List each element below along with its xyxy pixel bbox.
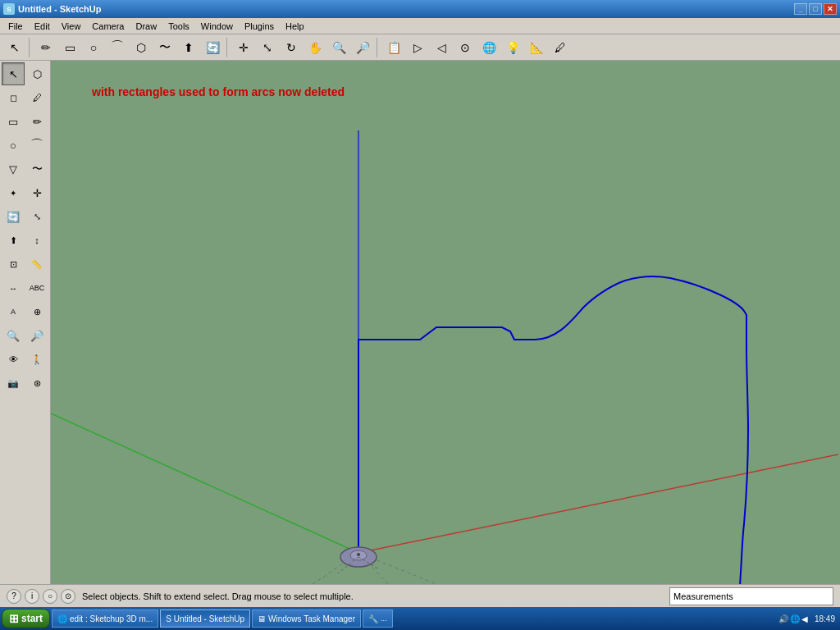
toolbar-rotate[interactable]: 🔄 xyxy=(201,37,224,58)
window-controls[interactable]: _ □ ✕ xyxy=(794,3,837,15)
left-toolbar-row-1: ↖ ⬡ xyxy=(2,62,48,85)
toolbar-paint[interactable]: 🖊 xyxy=(549,37,572,58)
tool-walk[interactable]: 🚶 xyxy=(25,348,48,371)
taskbar-label-taskmanager: Windows Task Manager xyxy=(268,614,355,623)
left-toolbar-row-9: ⊡ 📏 xyxy=(2,253,48,276)
toolbar-render[interactable]: 💡 xyxy=(501,37,524,58)
toolbar-zoom-out[interactable]: 🔎 xyxy=(351,37,374,58)
menu-draw[interactable]: Draw xyxy=(130,21,162,32)
measurements-box: Measurements xyxy=(669,587,833,605)
tool-text[interactable]: ABC xyxy=(25,276,48,299)
toolbar-arc[interactable]: ⌒ xyxy=(106,37,129,58)
toolbar-freehand[interactable]: 〜 xyxy=(153,37,176,58)
svg-line-5 xyxy=(358,553,584,584)
tool-orbit[interactable]: ⬡ xyxy=(25,62,48,85)
left-toolbar-row-10: ↔ ABC xyxy=(2,276,48,299)
left-toolbar-row-7: 🔄 ⤡ xyxy=(2,205,48,228)
tool-scale2[interactable]: ⤡ xyxy=(25,205,48,228)
taskbar-right: 🔊 🌐 ◀ 18:49 xyxy=(778,614,838,623)
status-icons: ? i ○ ⊙ xyxy=(7,589,75,604)
tool-axes[interactable]: ⊕ xyxy=(25,300,48,323)
tool-position-camera[interactable]: 📷 xyxy=(2,372,25,395)
toolbar-scale[interactable]: ⤡ xyxy=(256,37,279,58)
taskbar-btn-extra[interactable]: 🔧 ... xyxy=(363,609,393,628)
toolbar-move[interactable]: ✛ xyxy=(232,37,255,58)
svg-line-1 xyxy=(358,454,838,553)
menu-view[interactable]: View xyxy=(57,21,86,32)
menu-file[interactable]: File xyxy=(3,21,28,32)
tool-zoom2[interactable]: 🔍 xyxy=(2,324,25,347)
tool-pushpull[interactable]: ⬆ xyxy=(2,229,25,252)
toolbar-polygon[interactable]: ⬡ xyxy=(130,37,153,58)
toolbar-globe[interactable]: 🌐 xyxy=(477,37,500,58)
tool-paint[interactable]: 🖊 xyxy=(25,86,48,109)
canvas-area[interactable]: with rectangles used to form arcs now de… xyxy=(51,61,840,584)
taskbar-label-extra: ... xyxy=(381,614,387,623)
taskbar-btn-taskmanager[interactable]: 🖥 Windows Task Manager xyxy=(252,609,361,628)
status-icon-target[interactable]: ⊙ xyxy=(61,589,75,604)
taskbar-btn-sketchup[interactable]: S Untitled - SketchUp xyxy=(160,609,250,628)
tool-zoomext[interactable]: 🔎 xyxy=(25,324,48,347)
minimize-button[interactable]: _ xyxy=(794,3,807,15)
taskbar-label-sketchup: Untitled - SketchUp xyxy=(174,614,244,623)
tool-tape[interactable]: 📏 xyxy=(25,253,48,276)
menu-plugins[interactable]: Plugins xyxy=(240,21,279,32)
tool-followme[interactable]: ↕ xyxy=(25,229,48,252)
toolbar-push-pull[interactable]: ⬆ xyxy=(177,37,200,58)
toolbar-measure[interactable]: 📐 xyxy=(525,37,548,58)
status-message: Select objects. Shift to extend select. … xyxy=(82,591,663,601)
system-clock: 18:49 xyxy=(811,614,838,623)
tool-lookaround[interactable]: 👁 xyxy=(2,348,25,371)
taskbar: ⊞ start 🌐 edit : Sketchup 3D m... S Unti… xyxy=(0,607,840,630)
tool-freehand2[interactable]: 〜 xyxy=(25,158,48,180)
tool-3dtext[interactable]: A xyxy=(2,300,25,323)
toolbar-zoom-in[interactable]: 🔍 xyxy=(327,37,350,58)
toolbar-select[interactable]: ↖ xyxy=(3,37,26,58)
left-toolbar-row-11: A ⊕ xyxy=(2,300,48,323)
tool-explode[interactable]: ✦ xyxy=(2,181,25,204)
taskbar-btn-sketchup-edit[interactable]: 🌐 edit : Sketchup 3D m... xyxy=(52,609,158,628)
tool-circle2[interactable]: ○ xyxy=(2,134,25,157)
toolbar-pencil[interactable]: ✏ xyxy=(34,37,57,58)
tool-offset[interactable]: ⊡ xyxy=(2,253,25,276)
menu-help[interactable]: Help xyxy=(281,21,309,32)
toolbar-components[interactable]: 📋 xyxy=(382,37,405,58)
toolbar: ↖ ✏ ▭ ○ ⌒ ⬡ 〜 ⬆ 🔄 ✛ ⤡ ↻ ✋ 🔍 🔎 📋 ▷ ◁ ⊙ 🌐 … xyxy=(0,34,840,61)
taskbar-icon-taskmanager: 🖥 xyxy=(258,614,266,623)
toolbar-orbit[interactable]: ↻ xyxy=(280,37,303,58)
toolbar-target[interactable]: ⊙ xyxy=(454,37,477,58)
menu-camera[interactable]: Camera xyxy=(87,21,129,32)
tool-dimension[interactable]: ↔ xyxy=(2,276,25,299)
toolbar-back[interactable]: ◁ xyxy=(430,37,453,58)
start-button[interactable]: ⊞ start xyxy=(2,609,50,628)
tool-rectangle2[interactable]: ▭ xyxy=(2,110,25,133)
status-icon-circle[interactable]: ○ xyxy=(43,589,57,604)
tool-arc2[interactable]: ⌒ xyxy=(25,134,48,157)
tool-rotate2[interactable]: 🔄 xyxy=(2,205,25,228)
maximize-button[interactable]: □ xyxy=(809,3,822,15)
tool-pencil2[interactable]: ✏ xyxy=(25,110,48,133)
status-icon-question[interactable]: ? xyxy=(7,589,21,604)
menu-window[interactable]: Window xyxy=(196,21,238,32)
tool-move[interactable]: ✛ xyxy=(25,181,48,204)
left-toolbar-row-4: ○ ⌒ xyxy=(2,134,48,157)
tray-arrow[interactable]: ◀ xyxy=(801,614,808,623)
left-toolbar-row-8: ⬆ ↕ xyxy=(2,229,48,252)
toolbar-pan[interactable]: ✋ xyxy=(304,37,326,58)
status-icon-info[interactable]: i xyxy=(25,589,39,604)
svg-point-8 xyxy=(357,553,360,556)
tool-select[interactable]: ↖ xyxy=(2,62,25,85)
start-label: start xyxy=(21,613,43,624)
tool-polygon2[interactable]: ▽ xyxy=(2,158,25,180)
close-button[interactable]: ✕ xyxy=(824,3,837,15)
toolbar-forward[interactable]: ▷ xyxy=(406,37,429,58)
tool-eraser[interactable]: ◻ xyxy=(2,86,25,109)
menu-tools[interactable]: Tools xyxy=(163,21,194,32)
taskbar-icon-browser: 🌐 xyxy=(57,614,67,623)
toolbar-circle[interactable]: ○ xyxy=(82,37,105,58)
measurements-label: Measurements xyxy=(673,591,733,601)
toolbar-rectangle[interactable]: ▭ xyxy=(58,37,81,58)
tool-section[interactable]: ⊛ xyxy=(25,372,48,395)
svg-line-0 xyxy=(51,413,358,553)
menu-edit[interactable]: Edit xyxy=(30,21,55,32)
